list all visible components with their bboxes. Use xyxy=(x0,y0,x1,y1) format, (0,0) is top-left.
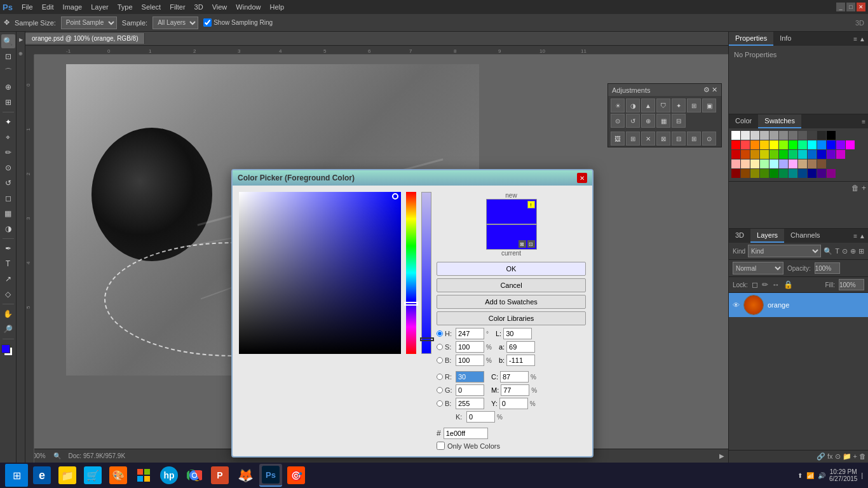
eraser-tool[interactable]: ◻ xyxy=(1,191,15,205)
swatch-dark-magenta[interactable] xyxy=(836,150,845,159)
layer-row[interactable]: 👁 orange xyxy=(729,293,868,317)
cp-l-input[interactable] xyxy=(503,328,532,339)
adj-icon-5[interactable]: ✦ xyxy=(672,98,686,112)
swatch-sienna[interactable] xyxy=(741,169,750,178)
sample-size-select[interactable]: Point Sample xyxy=(61,17,117,29)
menu-select[interactable]: Select xyxy=(138,2,165,12)
adj-icon-2[interactable]: ◑ xyxy=(626,98,640,112)
swatch-cyan[interactable] xyxy=(808,140,817,149)
cp-alpha-slider[interactable] xyxy=(421,192,431,354)
menu-view[interactable]: View xyxy=(208,2,231,12)
swatch-dark-gray-2[interactable] xyxy=(808,131,817,140)
cp-only-web-checkbox[interactable] xyxy=(437,442,445,450)
cp-hex-input[interactable] xyxy=(444,428,488,439)
swatch-dark-blue[interactable] xyxy=(817,150,826,159)
menu-file[interactable]: File xyxy=(18,2,37,12)
adj-icon-1[interactable]: ☀ xyxy=(611,98,625,112)
swatch-plum[interactable] xyxy=(827,169,836,178)
swatch-dark-gray-1[interactable] xyxy=(798,131,807,140)
swatch-light-cyan[interactable] xyxy=(770,159,778,168)
layers-icon-2[interactable]: ⊙ xyxy=(842,247,848,255)
swatch-brown[interactable] xyxy=(808,159,817,168)
narrow-btn-2[interactable]: ⊕ xyxy=(17,47,25,60)
swatch-cream[interactable] xyxy=(750,159,759,168)
swatch-light-blue[interactable] xyxy=(779,159,788,168)
adj-close-icon[interactable]: ✕ xyxy=(712,86,717,94)
scroll-right[interactable]: ▶ xyxy=(719,452,724,459)
crop-tool[interactable]: ⊞ xyxy=(1,95,15,109)
lock-icon-3[interactable]: ↔ xyxy=(772,280,780,289)
swatch-hunter[interactable] xyxy=(779,169,788,178)
swatches-delete-icon[interactable]: 🗑 xyxy=(851,184,859,193)
menu-edit[interactable]: Edit xyxy=(38,2,58,12)
show-sampling-ring-checkbox[interactable] xyxy=(203,18,212,27)
history-brush-tool[interactable]: ↺ xyxy=(1,176,15,190)
cp-b3-input[interactable] xyxy=(506,355,535,366)
cp-c-input[interactable] xyxy=(500,371,529,383)
swatch-azure[interactable] xyxy=(817,140,826,149)
adj-icon-14[interactable]: ⊞ xyxy=(626,132,640,146)
cp-b2-radio[interactable] xyxy=(437,400,443,407)
adj-icon-7[interactable]: ▣ xyxy=(702,98,716,112)
menu-image[interactable]: Image xyxy=(59,2,86,12)
adj-icon-17[interactable]: ⊟ xyxy=(672,132,686,146)
dodge-tool[interactable]: ◑ xyxy=(1,222,15,236)
layers-icon-4[interactable]: ⊞ xyxy=(858,247,864,255)
swatches-add-icon[interactable]: + xyxy=(862,184,866,193)
cp-y-input[interactable] xyxy=(499,398,528,409)
object-selection-tool[interactable]: ⊕ xyxy=(1,80,15,94)
swatch-cyan-green[interactable] xyxy=(798,140,807,149)
cp-b-radio[interactable] xyxy=(437,357,443,363)
layers-menu-icon[interactable]: ≡ xyxy=(853,233,857,240)
tab-channels[interactable]: Channels xyxy=(784,229,826,243)
text-tool[interactable]: T xyxy=(1,257,15,271)
cp-add-to-swatches-button[interactable]: Add to Swatches xyxy=(437,295,586,309)
adj-icon-16[interactable]: ⊠ xyxy=(656,132,670,146)
taskbar-chrome[interactable] xyxy=(183,464,206,487)
swatch-blue[interactable] xyxy=(827,140,836,149)
cp-a-input[interactable] xyxy=(506,341,535,353)
swatch-light-red[interactable] xyxy=(741,140,750,149)
menu-type[interactable]: Type xyxy=(114,2,137,12)
layer-fx-icon[interactable]: fx xyxy=(827,452,833,461)
document-tab[interactable]: orange.psd @ 100% (orange, RGB/8) xyxy=(25,33,145,44)
swatch-maroon[interactable] xyxy=(731,169,740,178)
swatch-dark-yellow[interactable] xyxy=(760,150,769,159)
healing-tool[interactable]: ⌖ xyxy=(1,130,15,144)
cp-r-input[interactable] xyxy=(456,371,484,383)
taskbar-explorer[interactable]: 📁 xyxy=(56,464,79,487)
tab-3d[interactable]: 3D xyxy=(729,229,750,243)
swatch-royal-blue[interactable] xyxy=(808,150,817,159)
marquee-tool[interactable]: ⊡ xyxy=(1,50,15,64)
cp-close-button[interactable]: ✕ xyxy=(577,173,587,183)
adj-icon-6[interactable]: ⊞ xyxy=(687,98,701,112)
cp-gradient-picker[interactable] xyxy=(239,192,401,354)
taskbar-ie[interactable]: e xyxy=(31,464,53,487)
maximize-button[interactable]: □ xyxy=(846,3,855,11)
opacity-input[interactable] xyxy=(815,262,840,274)
cp-r-radio[interactable] xyxy=(437,374,443,380)
adj-icon-9[interactable]: ↺ xyxy=(626,114,640,128)
swatch-forest[interactable] xyxy=(770,169,778,178)
lasso-tool[interactable]: ⌒ xyxy=(1,65,15,79)
cp-h-input[interactable] xyxy=(456,328,484,339)
swatch-light-green[interactable] xyxy=(760,159,769,168)
layer-mask-icon[interactable]: ⊙ xyxy=(835,452,841,461)
swatch-light-pink[interactable] xyxy=(731,159,740,168)
adj-icon-11[interactable]: ▦ xyxy=(656,114,670,128)
swatch-yellow[interactable] xyxy=(770,140,778,149)
taskbar-powerpoint[interactable]: P xyxy=(208,464,231,487)
layers-icon-1[interactable]: T xyxy=(835,247,839,255)
layer-group-icon[interactable]: 📁 xyxy=(843,452,851,461)
menu-help[interactable]: Help xyxy=(266,2,288,12)
eyedropper-tool-2[interactable]: ✦ xyxy=(1,115,15,129)
swatch-sea-green[interactable] xyxy=(789,150,797,159)
panel-collapse-icon[interactable]: ▲ xyxy=(859,36,865,43)
swatch-teal[interactable] xyxy=(798,150,807,159)
layers-kind-select[interactable]: Kind xyxy=(748,245,821,257)
cp-g-input[interactable] xyxy=(456,384,484,396)
path-tool[interactable]: ↗ xyxy=(1,272,15,286)
swatch-grass[interactable] xyxy=(770,150,778,159)
swatch-magenta[interactable] xyxy=(846,140,855,149)
tab-layers[interactable]: Layers xyxy=(750,229,784,243)
